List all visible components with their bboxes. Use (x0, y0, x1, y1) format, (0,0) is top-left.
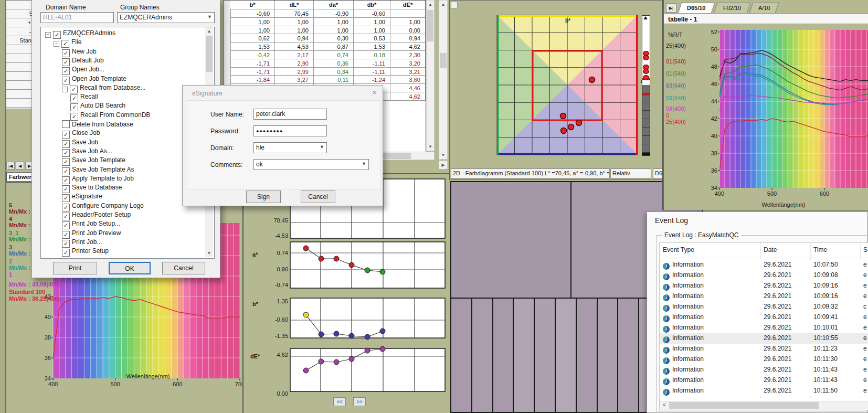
table-cell[interactable]: -1,24 (354, 76, 390, 84)
tree-item[interactable]: ✓Header/Footer Setup (62, 211, 131, 220)
table-cell[interactable]: 4,46 (390, 84, 426, 92)
table-cell[interactable]: 0,36 (314, 59, 354, 68)
table-cell[interactable]: 1,00 (230, 18, 275, 26)
tree-item[interactable]: ✓Apply Template to Job (62, 175, 134, 184)
tree-expander-icon[interactable]: − (54, 41, 59, 47)
table-cell[interactable]: 0,34 (314, 68, 354, 76)
event-log-row[interactable]: iInformation29.6.202110:09:41e (660, 312, 868, 323)
tree-item[interactable]: ✓Print Job... (62, 238, 102, 247)
tree-item[interactable]: −✓EZMQCERAdmins (45, 29, 115, 38)
table-cell[interactable]: 1,00 (275, 26, 314, 35)
tree-item[interactable]: ✓Save Job (62, 139, 98, 147)
table-cell[interactable]: 0,74 (314, 51, 354, 59)
color-patch-stripe[interactable] (598, 299, 619, 412)
tree-item[interactable]: ✓Configure Company Logo (62, 202, 144, 211)
tree-item[interactable]: ✓New Job (62, 48, 97, 57)
checkbox-checked-icon[interactable]: ✓ (53, 31, 61, 39)
table-cell[interactable]: 2,30 (390, 51, 426, 59)
table-cell[interactable]: 0,87 (314, 43, 354, 51)
tree-item[interactable]: ✓Print Job Preview (62, 229, 121, 238)
table-cell[interactable]: 0,30 (314, 34, 354, 43)
tree-item[interactable]: ✓Save to Database (62, 184, 122, 193)
table-cell[interactable] (390, 9, 426, 18)
table-vscrollbar[interactable]: ▲ ▼ (426, 0, 435, 151)
table-cell[interactable]: -1,71 (230, 59, 275, 68)
tree-item[interactable]: −✓Recall from Database... (62, 84, 145, 93)
checkbox-checked-icon[interactable]: ✓ (62, 149, 70, 157)
user-name-field[interactable]: peter.clark (253, 109, 327, 120)
trend-next-button[interactable]: >> (353, 397, 366, 406)
checkbox-checked-icon[interactable]: ✓ (62, 176, 70, 184)
tree-item[interactable]: ✓Save Job Template As (62, 166, 134, 175)
color-patch-stripe[interactable] (535, 299, 556, 412)
event-log-row[interactable]: iInformation29.6.202110:09:08e (660, 270, 868, 281)
table-cell[interactable]: 3,21 (390, 68, 426, 76)
table-cell[interactable]: 0,94 (390, 34, 426, 43)
table-cell[interactable]: -0,42 (230, 51, 275, 59)
scroll-down-icon[interactable]: ▼ (439, 151, 447, 159)
event-log-row[interactable]: iInformation29.6.202110:09:16e (660, 291, 868, 302)
scroll-down-icon[interactable]: ▼ (205, 249, 213, 257)
color-patch-stripe[interactable] (618, 299, 639, 412)
table-cell[interactable]: -1,11 (354, 59, 390, 68)
tree-expander-icon[interactable]: − (45, 32, 51, 38)
tab-f02-10[interactable]: F02/10 (714, 3, 750, 13)
table-cell[interactable]: 0,94 (275, 34, 314, 43)
scroll-up-icon[interactable]: ▲ (427, 1, 434, 8)
tree-item[interactable]: ✓Open Job Template (62, 75, 126, 84)
event-log-row[interactable]: iInformation29.6.202110:10:01e (660, 323, 868, 333)
tree-item[interactable]: ✓Recall From CommonDB (70, 111, 150, 120)
table-cell[interactable]: 0,11 (314, 76, 354, 84)
color-patch-stripe[interactable] (451, 299, 472, 412)
table-cell[interactable]: 2,90 (275, 59, 314, 68)
event-log-row[interactable]: iInformation29.6.202110:11:23e (660, 344, 868, 354)
tree-item[interactable]: ✓Save Job As... (62, 147, 112, 156)
table-cell[interactable]: 1,53 (230, 43, 275, 51)
table-cell[interactable]: 1,00 (230, 26, 275, 35)
event-column-header[interactable]: S (863, 246, 868, 253)
checkbox-checked-icon[interactable]: ✓ (62, 58, 70, 66)
color-patch-stripe[interactable] (577, 299, 598, 412)
table-cell[interactable]: 0,53 (354, 34, 390, 43)
table-cell[interactable]: 3,27 (275, 76, 314, 84)
sheet-nav-button[interactable]: |◀ (6, 162, 15, 170)
tree-expander-icon[interactable]: − (62, 87, 68, 92)
checkbox-checked-icon[interactable]: ✓ (62, 249, 70, 257)
diagram2d-corner-box[interactable]: · (451, 2, 458, 8)
tree-item[interactable]: −✓File (54, 38, 81, 47)
checkbox-checked-icon[interactable]: ✓ (62, 194, 70, 202)
comments-select[interactable]: ok ▼ (253, 159, 369, 170)
checkbox-checked-icon[interactable]: ✓ (62, 49, 70, 57)
table-cell[interactable]: 1,00 (354, 18, 390, 26)
event-log-row[interactable]: iInformation29.6.202110:11:43e (660, 375, 868, 386)
checkbox-checked-icon[interactable]: ✓ (62, 204, 70, 211)
table-cell[interactable]: 1,00 (390, 18, 426, 26)
checkbox-checked-icon[interactable]: ✓ (62, 240, 70, 248)
checkbox-unchecked-icon[interactable] (62, 120, 70, 128)
table-cell[interactable]: 1,00 (314, 18, 354, 26)
scroll-thumb[interactable] (669, 402, 819, 409)
tree-item[interactable]: ✓Save Job Template (62, 156, 125, 165)
event-log-hscrollbar[interactable]: < (660, 401, 868, 410)
checkbox-checked-icon[interactable]: ✓ (70, 113, 78, 121)
table-cell[interactable]: 2,17 (275, 51, 314, 59)
checkbox-checked-icon[interactable]: ✓ (62, 131, 70, 139)
table-cell[interactable]: 4,53 (275, 43, 314, 51)
checkbox-checked-icon[interactable]: ✓ (62, 158, 70, 166)
column-header[interactable]: db* (354, 1, 390, 9)
table-cell[interactable]: 4,62 (390, 92, 426, 101)
table-cell[interactable]: 0,18 (354, 51, 390, 59)
table-cell[interactable]: 1,53 (354, 43, 390, 51)
group-names-select[interactable]: EZMQCERAdmins ▼ (117, 12, 215, 23)
tree-item[interactable]: ✓Auto DB Search (70, 102, 125, 111)
event-log-row[interactable]: iInformation29.6.202110:10:55e (660, 333, 868, 344)
table-cell[interactable]: 0,00 (390, 26, 426, 35)
tree-item[interactable]: ✓Printer Setup (62, 247, 109, 256)
event-log-row[interactable]: iInformation29.6.202110:11:50e (660, 386, 868, 396)
domain-select[interactable]: hle ▼ (253, 142, 327, 153)
table-cell[interactable]: -1,11 (354, 68, 390, 76)
column-header[interactable]: dE* (390, 1, 426, 9)
table-cell[interactable]: 70,45 (275, 9, 314, 18)
table-cell[interactable]: -0,60 (230, 9, 275, 18)
checkbox-checked-icon[interactable]: ✓ (62, 167, 70, 175)
